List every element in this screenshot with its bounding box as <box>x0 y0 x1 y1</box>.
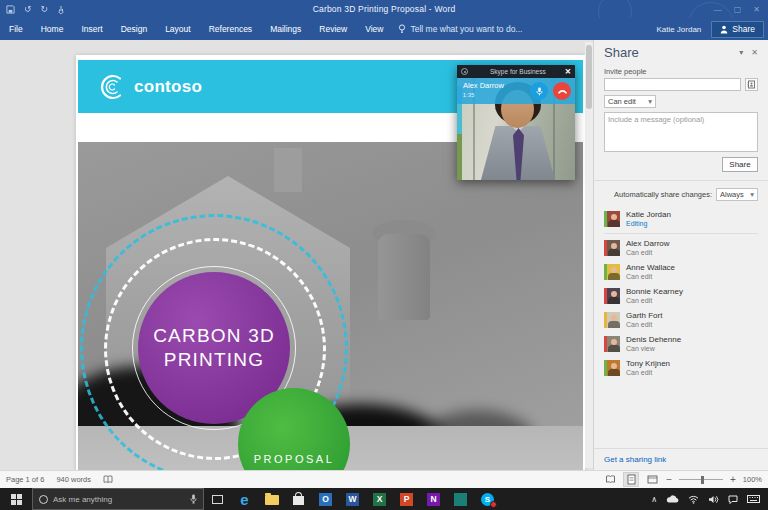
list-item[interactable]: Tony KrijnenCan edit <box>604 356 758 380</box>
scrollbar-thumb[interactable] <box>586 45 592 109</box>
tab-layout[interactable]: Layout <box>156 18 200 40</box>
presence-indicator <box>604 312 607 328</box>
zoom-out-button[interactable]: − <box>666 475 672 485</box>
redo-icon[interactable]: ↻ <box>41 4 49 14</box>
document-canvas[interactable]: contoso CARBON 3D <box>0 40 593 470</box>
hang-up-button[interactable] <box>553 82 571 100</box>
action-center-icon[interactable] <box>728 495 738 504</box>
list-item[interactable]: Denis DehenneCan view <box>604 332 758 356</box>
share-submit-button[interactable]: Share <box>722 157 758 172</box>
presence-indicator <box>604 288 607 304</box>
chevron-down-icon: ▾ <box>648 97 652 106</box>
list-item[interactable]: Katie JordanEditing <box>604 207 758 234</box>
pane-options-icon[interactable]: ▾ <box>739 48 743 57</box>
signed-in-user[interactable]: Katie Jordan <box>656 25 701 34</box>
quick-access-toolbar: ↺ ↻ <box>6 0 65 18</box>
list-item[interactable]: Bonnie KearneyCan edit <box>604 284 758 308</box>
avatar <box>604 211 620 227</box>
pane-close-icon[interactable]: ✕ <box>751 48 758 57</box>
permission-value: Can edit <box>608 97 636 106</box>
list-item[interactable]: Garth FortCan edit <box>604 308 758 332</box>
web-layout-icon[interactable] <box>645 473 659 486</box>
tab-file[interactable]: File <box>0 18 32 40</box>
maximize-icon[interactable]: ▢ <box>734 5 742 14</box>
tab-view[interactable]: View <box>356 18 392 40</box>
start-button[interactable] <box>0 488 32 510</box>
zoom-slider[interactable] <box>679 475 723 485</box>
tab-insert[interactable]: Insert <box>72 18 111 40</box>
volume-icon[interactable] <box>708 495 719 504</box>
word-icon[interactable]: W <box>339 488 366 510</box>
invite-people-input[interactable] <box>604 78 741 91</box>
skype-titlebar[interactable]: Skype for Business ✕ <box>457 65 575 78</box>
ribbon-tab-row: File Home Insert Design Layout Reference… <box>0 18 768 40</box>
presence-indicator <box>604 211 607 227</box>
message-input[interactable] <box>604 112 758 152</box>
page-indicator[interactable]: Page 1 of 6 <box>6 475 44 484</box>
onenote-icon[interactable]: N <box>420 488 447 510</box>
avatar <box>604 240 620 256</box>
caller-name: Alex Darrow <box>463 81 504 90</box>
undo-icon[interactable]: ↺ <box>24 4 32 14</box>
touch-mode-icon[interactable] <box>57 5 65 14</box>
show-hidden-icons[interactable]: ∧ <box>651 495 657 504</box>
zoom-slider-thumb[interactable] <box>701 476 704 484</box>
microphone-icon[interactable] <box>190 494 197 504</box>
word-count[interactable]: 940 words <box>56 475 91 484</box>
search-placeholder: Ask me anything <box>53 495 185 504</box>
share-pane-title: Share <box>604 45 731 60</box>
network-wifi-icon[interactable] <box>688 495 699 504</box>
list-item[interactable]: Anne WallaceCan edit <box>604 260 758 284</box>
outlook-icon[interactable]: O <box>312 488 339 510</box>
share-pane: Share ▾ ✕ Invite people Can edit ▾ Share… <box>593 40 768 470</box>
avatar <box>604 312 620 328</box>
cover-title: CARBON 3D PRINTING <box>153 324 275 372</box>
list-item[interactable]: Alex DarrowCan edit <box>604 236 758 260</box>
read-mode-icon[interactable] <box>603 473 617 486</box>
skype-video-feed: Alex Darrow 1:35 <box>457 78 575 180</box>
ribbon-share-button[interactable]: Share <box>711 21 764 38</box>
cortana-search-box[interactable]: Ask me anything <box>32 488 204 510</box>
tell-me-label: Tell me what you want to do... <box>410 24 522 34</box>
edge-icon[interactable]: e <box>231 488 258 510</box>
task-view-icon[interactable] <box>204 488 231 510</box>
onedrive-cloud-icon[interactable] <box>666 495 679 503</box>
auto-share-dropdown[interactable]: Always ▾ <box>716 188 758 201</box>
chimney-shape <box>274 148 302 192</box>
close-icon[interactable]: ✕ <box>753 5 760 14</box>
skype-close-icon[interactable]: ✕ <box>565 67 571 76</box>
avatar <box>604 264 620 280</box>
screen: ↺ ↻ Carbon 3D Printing Proposal - Word —… <box>0 0 768 510</box>
store-icon[interactable] <box>285 488 312 510</box>
file-explorer-icon[interactable] <box>258 488 285 510</box>
save-icon[interactable] <box>6 5 15 14</box>
get-sharing-link[interactable]: Get a sharing link <box>604 455 666 464</box>
address-book-icon[interactable] <box>745 78 758 91</box>
print-layout-icon[interactable] <box>624 473 638 486</box>
skype-call-window[interactable]: Skype for Business ✕ Alex Darrow 1:35 <box>457 65 575 180</box>
permission-dropdown[interactable]: Can edit ▾ <box>604 95 656 108</box>
delve-icon[interactable] <box>447 488 474 510</box>
windows-logo-icon <box>11 494 22 505</box>
presence-indicator <box>604 264 607 280</box>
zoom-level[interactable]: 100% <box>743 475 762 484</box>
powerpoint-icon[interactable]: P <box>393 488 420 510</box>
tab-mailings[interactable]: Mailings <box>261 18 310 40</box>
auto-share-label: Automatically share changes: <box>614 190 712 199</box>
minimize-icon[interactable]: — <box>714 5 722 14</box>
touch-keyboard-icon[interactable] <box>747 495 760 503</box>
zoom-in-button[interactable]: + <box>730 475 736 485</box>
mute-microphone-button[interactable] <box>530 82 548 100</box>
tab-references[interactable]: References <box>200 18 261 40</box>
tab-home[interactable]: Home <box>32 18 73 40</box>
proofing-icon[interactable] <box>103 475 113 484</box>
tab-review[interactable]: Review <box>310 18 356 40</box>
presence-indicator <box>604 240 607 256</box>
tab-design[interactable]: Design <box>112 18 156 40</box>
vertical-scrollbar[interactable] <box>585 42 593 468</box>
skype-business-icon[interactable]: S <box>474 488 501 510</box>
tell-me-box[interactable]: Tell me what you want to do... <box>398 24 522 34</box>
taskbar-apps: e O W X P N S <box>204 488 501 510</box>
excel-icon[interactable]: X <box>366 488 393 510</box>
lightbulb-icon <box>398 24 406 34</box>
